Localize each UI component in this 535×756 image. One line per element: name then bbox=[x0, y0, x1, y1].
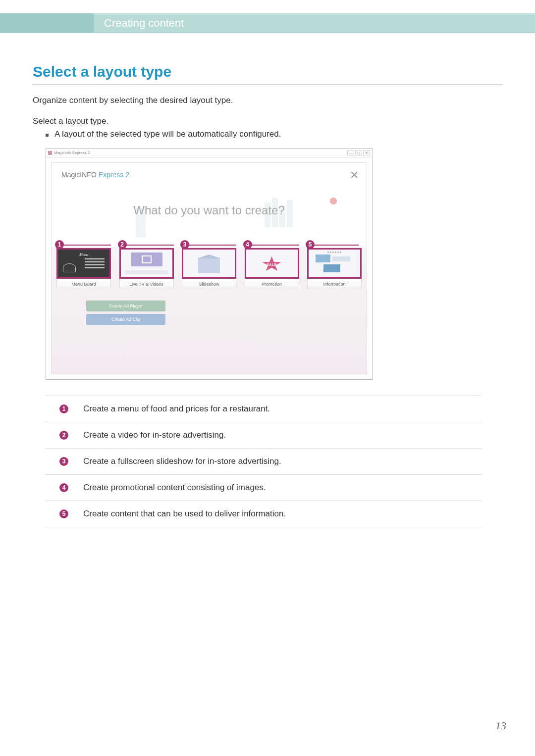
callout-badge: 3 bbox=[180, 240, 189, 249]
table-row: 4 Create promotional content consisting … bbox=[46, 475, 482, 501]
row-number-badge: 2 bbox=[59, 431, 68, 440]
section-intro: Organize content by selecting the desire… bbox=[33, 96, 502, 105]
app-icon bbox=[48, 151, 52, 155]
thumb-slideshow bbox=[182, 248, 236, 279]
row-number-badge: 4 bbox=[59, 483, 68, 492]
bullet-text: A layout of the selected type will be au… bbox=[54, 129, 281, 139]
layout-label: Slideshow bbox=[182, 279, 236, 288]
section-title: Select a layout type bbox=[33, 63, 502, 80]
maximize-button[interactable]: ◻ bbox=[355, 151, 362, 155]
breadcrumb: Creating content bbox=[104, 17, 184, 30]
layout-label: Promotion bbox=[245, 279, 299, 288]
brand-accent: Express 2 bbox=[99, 171, 129, 179]
app-brand: MagicINFO Express 2 bbox=[61, 171, 129, 179]
callout-line bbox=[126, 245, 174, 246]
callout-badge: 2 bbox=[118, 240, 127, 249]
callout-line bbox=[314, 245, 359, 246]
row-text: Create content that can be used to deliv… bbox=[83, 509, 286, 519]
step-text: Select a layout type. bbox=[33, 116, 502, 126]
modal-heading: What do you want to create? bbox=[52, 203, 367, 217]
row-text: Create a fullscreen slideshow for in-sto… bbox=[83, 456, 281, 466]
row-number-badge: 5 bbox=[59, 509, 68, 518]
table-row: 5 Create content that can be used to del… bbox=[46, 501, 482, 527]
window-close-button[interactable]: ✕ bbox=[363, 151, 370, 155]
layout-card-information[interactable]: 5 Information bbox=[307, 248, 362, 288]
modal-close-icon[interactable]: ✕ bbox=[350, 169, 359, 182]
callout-line bbox=[63, 245, 111, 246]
header-tab-accent bbox=[0, 13, 94, 33]
layout-card-slideshow[interactable]: 3 Slideshow bbox=[182, 248, 236, 288]
row-text: Create a menu of food and prices for a r… bbox=[83, 404, 270, 414]
thumb-information bbox=[307, 248, 362, 279]
row-text: Create a video for in-store advertising. bbox=[83, 430, 226, 440]
layout-card-menu-board[interactable]: 1 Menu Board bbox=[56, 248, 111, 288]
thumb-promotion: SALE bbox=[245, 248, 299, 279]
row-number-badge: 1 bbox=[59, 404, 68, 413]
callout-badge: 5 bbox=[306, 240, 315, 249]
table-row: 1 Create a menu of food and prices for a… bbox=[46, 396, 482, 422]
layout-label: Information bbox=[307, 279, 362, 288]
callout-badge: 1 bbox=[55, 240, 64, 249]
window-title: MagicInfo Express 2 bbox=[54, 151, 90, 155]
layout-options-row: 1 Menu Board 2 Live TV & Videos 3 bbox=[56, 248, 362, 288]
bullet-marker-icon bbox=[46, 134, 49, 137]
window-titlebar: MagicInfo Express 2 — ◻ ✕ bbox=[46, 149, 372, 157]
bullet-item: A layout of the selected type will be au… bbox=[46, 129, 502, 139]
sale-badge: SALE bbox=[267, 263, 277, 266]
app-screenshot: MagicInfo Express 2 — ◻ ✕ MagicINFO Expr… bbox=[46, 148, 373, 380]
layout-label: Menu Board bbox=[56, 279, 111, 288]
thumb-live-tv bbox=[119, 248, 174, 279]
layout-card-live-tv[interactable]: 2 Live TV & Videos bbox=[119, 248, 174, 288]
layout-label: Live TV & Videos bbox=[119, 279, 174, 288]
callout-line bbox=[252, 245, 299, 246]
ghost-button-ad-player: Create Ad Player bbox=[86, 301, 165, 311]
row-number-badge: 3 bbox=[59, 457, 68, 466]
app-modal: MagicINFO Express 2 ✕ What do you want t… bbox=[51, 162, 367, 374]
thumb-menu-board bbox=[56, 248, 111, 279]
minimize-button[interactable]: — bbox=[347, 151, 354, 155]
description-table: 1 Create a menu of food and prices for a… bbox=[46, 396, 482, 527]
horizontal-rule bbox=[33, 84, 502, 85]
table-row: 2 Create a video for in-store advertisin… bbox=[46, 422, 482, 449]
callout-line bbox=[189, 245, 236, 246]
ghost-button-ad-clip: Create Ad Clip bbox=[86, 314, 165, 325]
layout-card-promotion[interactable]: 4 SALE Promotion bbox=[245, 248, 299, 288]
page-header: Creating content bbox=[0, 13, 535, 33]
table-row: 3 Create a fullscreen slideshow for in-s… bbox=[46, 449, 482, 475]
brand-prefix: MagicINFO bbox=[61, 171, 99, 179]
callout-badge: 4 bbox=[243, 240, 252, 249]
row-text: Create promotional content consisting of… bbox=[83, 483, 266, 493]
page-number: 13 bbox=[495, 719, 506, 732]
